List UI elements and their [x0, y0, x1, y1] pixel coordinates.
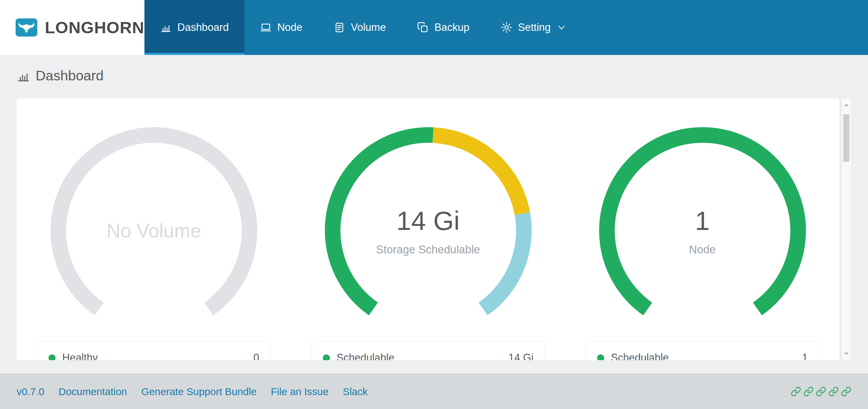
legend-dot	[48, 354, 56, 361]
bar-chart-icon	[160, 22, 172, 33]
link-icon[interactable]	[816, 386, 826, 397]
nav-item-volume[interactable]: Volume	[318, 0, 401, 55]
footer-bar: v0.7.0 Documentation Generate Support Bu…	[0, 374, 868, 409]
nav-item-node[interactable]: Node	[244, 0, 318, 55]
legend-dot	[597, 354, 604, 361]
vertical-scrollbar[interactable]	[842, 98, 851, 360]
logo[interactable]: LONGHORN	[0, 0, 144, 55]
storage-gauge-center: 14 Gi Storage Schedulable	[323, 125, 533, 336]
node-gauge: 1 Node	[597, 125, 808, 336]
legend-value: 14 Gi	[508, 352, 533, 360]
chevron-down-icon	[844, 350, 849, 356]
legend-label: Schedulable	[337, 352, 502, 360]
volume-legend-row[interactable]: Healthy 0	[37, 341, 271, 360]
nav-item-setting[interactable]: Setting	[485, 0, 582, 55]
longhorn-bull-icon	[16, 15, 37, 40]
legend-value: 1	[802, 352, 808, 360]
link-icon[interactable]	[841, 386, 851, 397]
scroll-up-button[interactable]	[842, 99, 851, 112]
logo-text: LONGHORN	[45, 18, 144, 37]
page-title-text: Dashboard	[36, 68, 104, 84]
node-gauge-center: 1 Node	[597, 125, 808, 336]
nav-item-dashboard[interactable]: Dashboard	[144, 0, 244, 55]
node-gauge-section: 1 Node Schedulable 1	[565, 98, 840, 360]
legend-dot	[323, 354, 330, 361]
storage-gauge-section: 14 Gi Storage Schedulable Schedulable 14…	[291, 98, 565, 360]
main-nav: Dashboard Node Volume Backup	[144, 0, 581, 55]
gear-icon	[501, 22, 512, 33]
nav-label: Dashboard	[177, 21, 229, 34]
footer-link-file-issue[interactable]: File an Issue	[271, 386, 329, 397]
gauge-center-subtext: Node	[689, 243, 716, 256]
storage-legend-row[interactable]: Schedulable 14 Gi	[312, 341, 545, 360]
legend-label: Healthy	[62, 352, 247, 360]
node-legend-row[interactable]: Schedulable 1	[586, 341, 819, 360]
link-icon[interactable]	[828, 386, 839, 397]
volume-gauge-section: No Volume Healthy 0	[17, 98, 291, 360]
gauge-center-text: No Volume	[106, 219, 201, 242]
footer-link-slack[interactable]: Slack	[343, 386, 368, 397]
database-icon	[334, 22, 345, 33]
volume-gauge-center: No Volume	[49, 125, 259, 336]
scrollbar-thumb[interactable]	[843, 114, 849, 162]
nav-label: Volume	[351, 21, 386, 34]
legend-label: Schedulable	[611, 352, 795, 360]
footer-link-icons	[791, 386, 851, 397]
gauge-center-text: 14 Gi	[396, 206, 459, 236]
dashboard-content: No Volume Healthy 0 14 Gi Storage Schedu…	[17, 98, 851, 360]
footer-link-documentation[interactable]: Documentation	[59, 386, 127, 397]
dashboard-card: No Volume Healthy 0 14 Gi Storage Schedu…	[17, 98, 840, 360]
scroll-down-button[interactable]	[842, 346, 851, 360]
nav-item-backup[interactable]: Backup	[401, 0, 485, 55]
longhorn-dashboard-page: LONGHORN Dashboard Node Volume	[0, 0, 868, 409]
chevron-up-icon	[844, 103, 849, 108]
storage-gauge: 14 Gi Storage Schedulable	[323, 125, 533, 336]
laptop-icon	[260, 22, 272, 33]
gauge-center-text: 1	[695, 206, 710, 236]
volume-gauge: No Volume	[49, 125, 259, 336]
link-icon[interactable]	[803, 386, 814, 397]
nav-label: Setting	[518, 21, 551, 34]
gauge-center-subtext: Storage Schedulable	[376, 243, 480, 256]
nav-label: Node	[277, 21, 302, 34]
legend-value: 0	[253, 352, 259, 360]
copy-icon	[417, 22, 429, 33]
bar-chart-icon	[17, 69, 30, 83]
link-icon[interactable]	[791, 386, 801, 397]
chevron-down-icon	[557, 23, 566, 32]
footer-link-support-bundle[interactable]: Generate Support Bundle	[141, 386, 257, 397]
page-title: Dashboard	[17, 68, 104, 84]
version-label: v0.7.0	[17, 386, 44, 397]
top-nav-bar: LONGHORN Dashboard Node Volume	[0, 0, 868, 55]
nav-label: Backup	[434, 21, 469, 34]
